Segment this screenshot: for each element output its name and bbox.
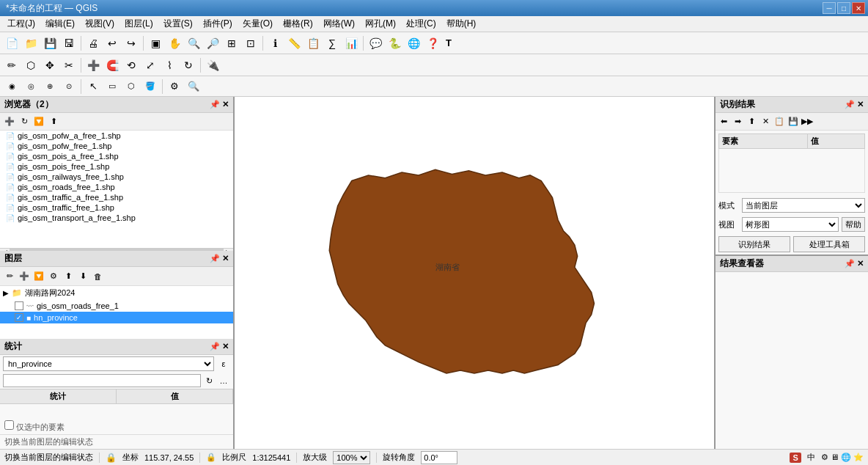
stats-filter-input[interactable] [3, 374, 201, 387]
snap-button[interactable]: 🧲 [103, 56, 121, 74]
menu-layer[interactable]: 图层(L) [120, 16, 158, 32]
layer-group-hunan[interactable]: ▶ 📁 湖南路网2024 [0, 286, 233, 300]
stats-close-icon[interactable]: ✕ [222, 342, 229, 351]
menu-mesh[interactable]: 网孔(M) [361, 16, 400, 32]
map-tips-button[interactable]: 💬 [367, 34, 384, 52]
stats-expr-btn[interactable]: ε [217, 357, 230, 370]
menu-help[interactable]: 帮助(H) [442, 16, 481, 32]
globe-button[interactable]: 🌐 [405, 34, 422, 52]
location-btn-2[interactable]: ◎ [22, 78, 40, 95]
open-project-button[interactable]: 📁 [22, 34, 40, 52]
location-btn-3[interactable]: ⊕ [41, 78, 59, 95]
browser-file-5[interactable]: 📄 gis_osm_railways_free_1.shp [0, 172, 233, 182]
layer-roads[interactable]: 〰 gis_osm_roads_free_1 [0, 300, 233, 312]
save-project-button[interactable]: 💾 [41, 34, 59, 52]
identify-tool-1[interactable]: ⬅ [717, 115, 730, 128]
node-tool-button[interactable]: ⬡ [22, 56, 40, 74]
zoom-select[interactable]: 100% [333, 451, 370, 464]
identify-tool-6[interactable]: 💾 [787, 115, 800, 128]
stats-layer-select[interactable]: hn_province [3, 356, 214, 371]
settings2-button[interactable]: ⚙ [166, 78, 183, 95]
field-calc-button[interactable]: ∑ [323, 34, 341, 52]
search-button[interactable]: 🔍 [185, 78, 202, 95]
paint-bucket-button[interactable]: 🪣 [141, 78, 159, 95]
menu-raster[interactable]: 栅格(R) [279, 16, 317, 32]
location-btn-1[interactable]: ◉ [3, 78, 21, 95]
menu-edit[interactable]: 编辑(E) [41, 16, 79, 32]
select-feature-button[interactable]: ▣ [147, 34, 164, 52]
layer-down-btn[interactable]: ⬇ [76, 270, 89, 283]
print-button[interactable]: 🖨 [84, 34, 102, 52]
layer-roads-checkbox[interactable] [15, 301, 23, 310]
layer-province-checkbox[interactable]: ✓ [15, 313, 23, 322]
minimize-button[interactable]: ─ [823, 2, 836, 14]
menu-vector[interactable]: 矢量(O) [238, 16, 277, 32]
rubber-band-button[interactable]: ▭ [103, 78, 121, 95]
layers-pin-icon[interactable]: 📌 [210, 254, 220, 263]
browser-file-9[interactable]: 📄 gis_osm_transport_a_free_1.shp [0, 213, 233, 223]
browser-close-icon[interactable]: ✕ [222, 100, 229, 109]
close-button[interactable]: ✕ [852, 2, 865, 14]
menu-processing[interactable]: 处理(C) [402, 16, 441, 32]
stats-pin-icon[interactable]: 📌 [210, 342, 220, 351]
rotate-button[interactable]: ↻ [180, 56, 197, 74]
measure-button[interactable]: 📏 [285, 34, 303, 52]
identify-tool-3[interactable]: ⬆ [745, 115, 758, 128]
menu-view[interactable]: 视图(V) [81, 16, 119, 32]
cursor-tool-button[interactable]: ↖ [84, 78, 102, 95]
digitize-button[interactable]: ✏ [3, 56, 21, 74]
menu-plugins[interactable]: 插件(P) [199, 16, 237, 32]
processing-tools-button[interactable]: 处理工具箱 [793, 236, 865, 252]
zoom-all-button[interactable]: ⊞ [223, 34, 240, 52]
maximize-button[interactable]: □ [837, 2, 850, 14]
identify-pin-icon[interactable]: 📌 [845, 100, 855, 109]
delete-selected-button[interactable]: ✂ [60, 56, 78, 74]
temp-marker-button[interactable]: ⬡ [122, 78, 140, 95]
layers-close-icon[interactable]: ✕ [222, 254, 229, 263]
attribute-table-button[interactable]: 📋 [304, 34, 322, 52]
browser-filter-btn[interactable]: 🔽 [32, 115, 45, 128]
browser-file-6[interactable]: 📄 gis_osm_roads_free_1.shp [0, 182, 233, 192]
menu-settings[interactable]: 设置(S) [159, 16, 197, 32]
undo-button[interactable]: ↩ [103, 34, 121, 52]
add-feature-button[interactable]: ➕ [84, 56, 102, 74]
zoom-out-button[interactable]: 🔎 [204, 34, 221, 52]
identify-button[interactable]: ℹ [266, 34, 284, 52]
identify-tool-4[interactable]: ✕ [759, 115, 772, 128]
map-area[interactable]: 湖南省 [235, 97, 714, 449]
help-button[interactable]: ❓ [424, 34, 441, 52]
reshape-button[interactable]: ⟲ [122, 56, 140, 74]
save-as-button[interactable]: 🖫 [60, 34, 78, 52]
browser-file-7[interactable]: 📄 gis_osm_traffic_a_free_1.shp [0, 192, 233, 202]
pan-button[interactable]: ✋ [166, 34, 183, 52]
help-button[interactable]: 帮助 [842, 217, 865, 232]
layer-pen-btn[interactable]: ✏ [3, 270, 16, 283]
python-button[interactable]: 🐍 [386, 34, 403, 52]
browser-file-1[interactable]: 📄 gis_osm_pofw_a_free_1.shp [0, 131, 233, 141]
zoom-in-button[interactable]: 🔍 [185, 34, 202, 52]
browser-collapse-btn[interactable]: ⬆ [47, 115, 60, 128]
split-button[interactable]: ⌇ [161, 56, 178, 74]
location-btn-4[interactable]: ⊙ [60, 78, 78, 95]
move-feature-button[interactable]: ✥ [41, 56, 59, 74]
menu-project[interactable]: 工程(J) [3, 16, 40, 32]
browser-file-4[interactable]: 📄 gis_osm_pois_free_1.shp [0, 161, 233, 172]
menu-network[interactable]: 网络(W) [319, 16, 359, 32]
layer-province[interactable]: ✓ ■ hn_province [0, 312, 233, 323]
browser-file-8[interactable]: 📄 gis_osm_traffic_free_1.shp [0, 202, 233, 213]
browser-refresh-btn[interactable]: ↻ [18, 115, 31, 128]
mode-select[interactable]: 当前图层 [742, 198, 865, 213]
layer-up-btn[interactable]: ⬆ [62, 270, 75, 283]
identify-close-icon[interactable]: ✕ [857, 100, 864, 109]
plugins-toolbar-button[interactable]: 🔌 [204, 56, 221, 74]
only-selected-checkbox[interactable] [4, 420, 14, 430]
layer-props-btn[interactable]: ⚙ [47, 270, 60, 283]
stats-more-btn[interactable]: … [217, 374, 230, 387]
results-viewer-close-icon[interactable]: ✕ [857, 259, 864, 268]
merge-button[interactable]: ⤢ [141, 56, 159, 74]
rotation-input[interactable] [421, 451, 457, 464]
browser-add-btn[interactable]: ➕ [3, 115, 16, 128]
stats-refresh-btn[interactable]: ↻ [202, 374, 216, 387]
browser-pin-icon[interactable]: 📌 [210, 100, 220, 109]
layer-filter-btn[interactable]: 🔽 [32, 270, 45, 283]
